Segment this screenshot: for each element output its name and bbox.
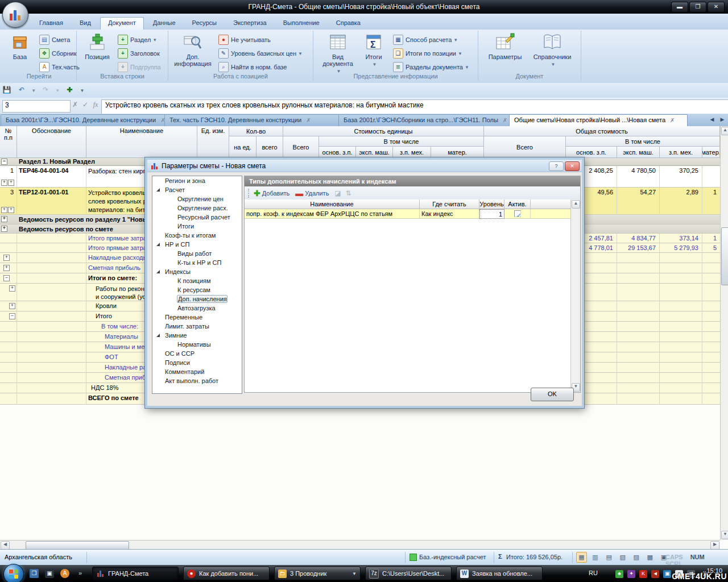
close-icon[interactable]: ✗	[670, 117, 675, 123]
vid-dokumenta-button[interactable]: Вид документа ▼	[319, 33, 357, 70]
tree-item-raschet[interactable]: Расчет	[152, 185, 242, 194]
collapse-icon[interactable]: −	[3, 275, 10, 281]
view-nr-icon[interactable]: ▧	[617, 552, 628, 563]
delete-button[interactable]: ▬Удалить	[295, 189, 329, 198]
close-icon[interactable]: ✕	[565, 161, 580, 171]
tech-part-button[interactable]: A Тех.часть	[39, 61, 80, 73]
collapse-icon[interactable]: −	[9, 313, 15, 319]
taskbar-button-7zip[interactable]: 7z C:\Users\User\Deskt...	[365, 567, 452, 580]
tree-item-avtozagruzka[interactable]: Автозагрузка	[152, 304, 242, 313]
view-grid-icon[interactable]: ▦	[576, 552, 587, 563]
uroven-cen-button[interactable]: ✎ Уровень базисных цен▼	[218, 48, 303, 59]
expand-icon[interactable]: +	[1, 180, 7, 186]
calc-mode-label[interactable]: Баз.-индексный расчет	[419, 554, 486, 560]
tree-item-koef-k-itogam[interactable]: Коэф-ты к итогам	[152, 231, 242, 240]
tree-expanded-icon[interactable]	[156, 188, 160, 192]
quicklaunch-window-icon[interactable]: ▣	[45, 569, 54, 578]
cancel-icon[interactable]: ✗	[71, 101, 80, 109]
tree-expanded-icon[interactable]	[156, 243, 160, 246]
parametry-button[interactable]: Параметры	[485, 33, 525, 70]
addition-row[interactable]: попр. коэф. к индексам ФЕР АрхРЦЦС по ст…	[245, 209, 572, 219]
tree-item-vidy-rabot[interactable]: Виды работ	[152, 249, 242, 258]
add-row-icon[interactable]: ✚	[64, 85, 75, 96]
tree-item-okruglenie-cen[interactable]: Округление цен	[152, 194, 242, 203]
razdel-button[interactable]: + Раздел▼	[118, 34, 157, 45]
tree-item-podpisi[interactable]: Подписи	[152, 358, 242, 367]
expand-icon[interactable]: +	[8, 180, 14, 186]
minimize-button[interactable]: ▬	[671, 2, 688, 13]
tree-item-okruglenie-rash[interactable]: Округление расх.	[152, 203, 242, 213]
tree-item-akt-vypoln-rabot[interactable]: Акт выполн. работ	[152, 376, 242, 385]
tree-item-resursny-raschet[interactable]: Ресурсный расчет	[152, 213, 242, 222]
add-button[interactable]: ✚Добавить	[254, 189, 289, 198]
horizontal-scrollbar[interactable]: ◀ ▶	[0, 540, 720, 550]
expand-icon[interactable]: +	[3, 265, 10, 271]
formula-input[interactable]: Устройство кровель скатных из трех слоев…	[101, 99, 728, 114]
zagolovok-button[interactable]: + Заголовок	[118, 48, 160, 59]
cell-reference-box[interactable]: 3	[2, 100, 71, 113]
expand-icon[interactable]: +	[9, 285, 15, 292]
tree-item-zimnie[interactable]: Зимние	[152, 331, 242, 340]
tab-scroll-left-icon[interactable]: ◀	[708, 115, 717, 124]
tree-item-indeksy[interactable]: Индексы	[152, 267, 242, 276]
start-button[interactable]	[3, 564, 24, 582]
tray-mute-icon[interactable]: ◄	[651, 570, 659, 578]
chevron-down-icon[interactable]: ▼	[352, 571, 357, 576]
itogi-po-pozicii-button[interactable]: ❑ Итоги по позиции▼	[393, 48, 462, 59]
smeta-button[interactable]: ▤ Смета	[39, 34, 70, 45]
restore-button[interactable]: ❐	[689, 2, 706, 13]
tree-item-normativy[interactable]: Нормативы	[152, 340, 242, 349]
dialog-title-bar[interactable]: Параметры сметы - Новая смета ? ✕	[147, 160, 582, 172]
tree-item-k-resursam[interactable]: К ресурсам	[152, 285, 242, 294]
quicklaunch-more-icon[interactable]: »	[78, 569, 82, 576]
tray-kaspersky-icon[interactable]: K	[639, 570, 647, 578]
view-doc-icon[interactable]: ▥	[590, 552, 601, 563]
fx-icon[interactable]: fx	[91, 101, 100, 109]
tree-item-dop-nachisleniya[interactable]: Доп. начисления	[152, 294, 242, 304]
sbornik-button[interactable]: ❖ Сборник	[39, 48, 77, 59]
expand-icon[interactable]: +	[1, 207, 7, 213]
language-indicator[interactable]: RU	[589, 569, 598, 576]
razdely-dokumenta-button[interactable]: ≣ Разделы документа▼	[393, 61, 469, 73]
ok-button[interactable]: OK	[531, 388, 574, 401]
quicklaunch-desktop-icon[interactable]: ❐	[30, 569, 39, 578]
view-resource-icon[interactable]: ▤	[603, 552, 614, 563]
horizontal-scroll-thumb[interactable]	[26, 541, 129, 550]
app-menu-button[interactable]	[2, 2, 28, 28]
active-checkbox[interactable]: ✓	[514, 210, 521, 217]
undo-dropdown-icon[interactable]: ▼	[31, 85, 36, 97]
panel-scrollbar[interactable]: ▲ ▼	[570, 199, 580, 392]
toolbar-options-icon[interactable]: ▼	[78, 85, 85, 97]
taskbar-button-explorer[interactable]: 🗀 3 Проводник ▼	[274, 567, 361, 580]
dop-info-button[interactable]: Доп. информация	[173, 33, 213, 70]
scroll-right-icon[interactable]: ▶	[710, 541, 719, 550]
expand-icon[interactable]: +	[3, 255, 10, 261]
scroll-down-icon[interactable]: ▼	[721, 531, 728, 539]
help-icon[interactable]: ?	[549, 161, 564, 171]
expand-icon[interactable]: +	[1, 216, 7, 222]
view-coins-icon[interactable]: ▩	[644, 552, 655, 563]
taskbar-button-video[interactable]: ● Как добавить пони...	[183, 567, 270, 580]
close-icon[interactable]: ✗	[306, 117, 311, 123]
tray-update-icon[interactable]: ✦	[627, 570, 635, 578]
quicklaunch-a-icon[interactable]: A	[60, 569, 69, 578]
tree-item-limit-zatraty[interactable]: Лимит. затраты	[152, 322, 242, 331]
tree-expanded-icon[interactable]	[156, 334, 160, 337]
tree-item-region[interactable]: Регион и зона	[152, 176, 242, 185]
undo-icon[interactable]: ↶	[16, 85, 27, 96]
naiti-v-baze-button[interactable]: ⌕ Найти в норм. базе	[218, 61, 287, 73]
tray-agent-icon[interactable]: ♣	[615, 570, 623, 578]
tray-display-icon[interactable]: ▣	[663, 570, 671, 578]
tree-expanded-icon[interactable]	[156, 270, 160, 273]
save-icon[interactable]: 💾	[1, 85, 13, 96]
tree-item-k-poziciyam[interactable]: К позициям	[152, 276, 242, 285]
confirm-icon[interactable]: ✓	[81, 101, 90, 109]
close-button[interactable]: ✕	[708, 2, 725, 13]
ne-uchityvat-button[interactable]: ● Не учитывать	[218, 34, 271, 45]
view-report-icon[interactable]: ▨	[631, 552, 642, 563]
expand-icon[interactable]: +	[1, 226, 7, 232]
position-button[interactable]: Позиция	[79, 33, 115, 70]
scroll-left-icon[interactable]: ◀	[1, 541, 10, 550]
scroll-up-icon[interactable]: ▲	[721, 127, 728, 135]
collapse-icon[interactable]: −	[1, 159, 7, 165]
